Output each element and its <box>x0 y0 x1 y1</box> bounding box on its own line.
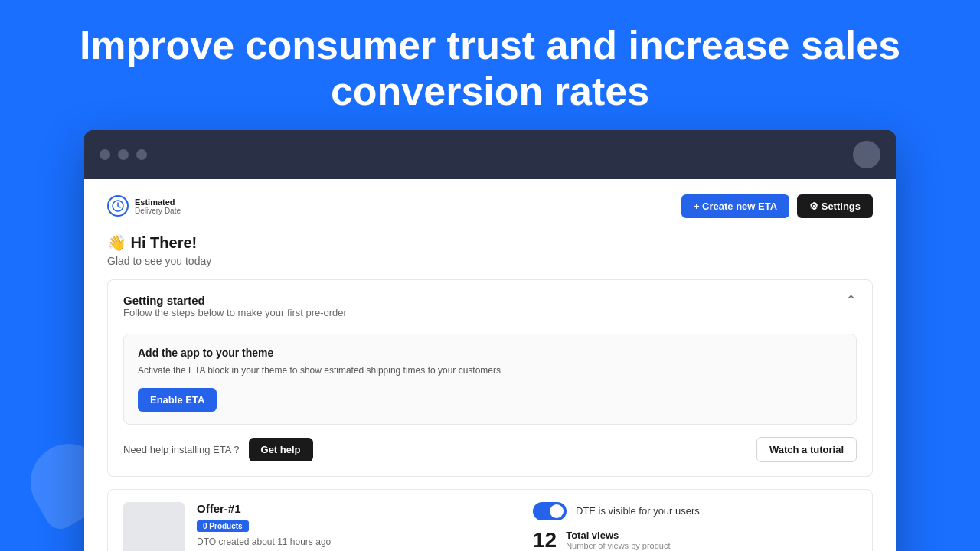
hero-title: Improve consumer trust and increase sale… <box>77 23 903 115</box>
getting-started-card: Getting started Follow the steps below t… <box>107 279 873 477</box>
views-row: 12 Total views Number of views by produc… <box>533 530 857 551</box>
logo-icon <box>107 195 129 217</box>
offer-stats: DTE is visible for your users 12 Total v… <box>533 502 857 551</box>
logo-text: Estimated Delivery Date <box>135 197 181 215</box>
greeting-hi: Hi There! <box>131 234 198 251</box>
app-content: Estimated Delivery Date + Create new ETA… <box>84 179 896 551</box>
browser-window: Estimated Delivery Date + Create new ETA… <box>84 130 896 551</box>
offer-badge: 0 Products <box>197 520 249 532</box>
dte-toggle-row: DTE is visible for your users <box>533 502 857 520</box>
getting-started-header: Getting started Follow the steps below t… <box>123 294 857 331</box>
settings-button[interactable]: ⚙ Settings <box>797 194 873 218</box>
help-left: Need help installing ETA ? Get help <box>123 438 313 461</box>
inner-card-desc: Activate the ETA block in your theme to … <box>138 364 842 377</box>
views-text: Total views Number of views by product <box>566 530 670 550</box>
greeting-title: 👋 Hi There! <box>107 233 873 252</box>
logo-line1: Estimated <box>135 197 181 207</box>
hero-section: Improve consumer trust and increase sale… <box>0 0 980 130</box>
getting-started-titles: Getting started Follow the steps below t… <box>123 294 347 331</box>
greeting-section: 👋 Hi There! Glad to see you today <box>107 233 873 267</box>
get-help-button[interactable]: Get help <box>249 438 313 461</box>
top-bar: Estimated Delivery Date + Create new ETA… <box>107 194 873 218</box>
views-count: 12 <box>533 530 557 551</box>
collapse-chevron-icon[interactable]: ⌃ <box>845 294 857 308</box>
inner-card-title: Add the app to your theme <box>138 347 842 359</box>
browser-dot-3 <box>136 149 147 160</box>
greeting-emoji: 👋 <box>107 234 126 251</box>
offer-name: Offer-#1 <box>197 502 521 515</box>
getting-started-title: Getting started <box>123 294 347 307</box>
dte-toggle[interactable] <box>533 502 567 520</box>
offer-info: Offer-#1 0 Products DTO created about 11… <box>197 502 521 551</box>
help-row: Need help installing ETA ? Get help Watc… <box>123 437 857 462</box>
logo-area: Estimated Delivery Date <box>107 195 181 217</box>
top-buttons: + Create new ETA ⚙ Settings <box>681 194 873 218</box>
create-eta-button[interactable]: + Create new ETA <box>681 194 789 218</box>
offer-created: DTO created about 11 hours ago <box>197 536 521 547</box>
dte-label: DTE is visible for your users <box>576 505 700 517</box>
greeting-subtitle: Glad to see you today <box>107 255 873 267</box>
getting-started-desc: Follow the steps below to make your firs… <box>123 307 347 318</box>
user-avatar <box>853 141 880 168</box>
add-theme-card: Add the app to your theme Activate the E… <box>123 334 857 425</box>
enable-eta-button[interactable]: Enable ETA <box>138 388 217 412</box>
watch-tutorial-button[interactable]: Watch a tutorial <box>756 437 857 462</box>
browser-dot-2 <box>118 149 129 160</box>
offer-thumbnail <box>123 502 185 551</box>
logo-line2: Delivery Date <box>135 207 181 215</box>
browser-bar <box>84 130 896 179</box>
browser-dot-1 <box>100 149 110 160</box>
views-desc: Number of views by product <box>566 541 670 550</box>
help-text: Need help installing ETA ? <box>123 444 240 455</box>
offer-card: Offer-#1 0 Products DTO created about 11… <box>107 489 873 551</box>
views-title: Total views <box>566 530 670 541</box>
